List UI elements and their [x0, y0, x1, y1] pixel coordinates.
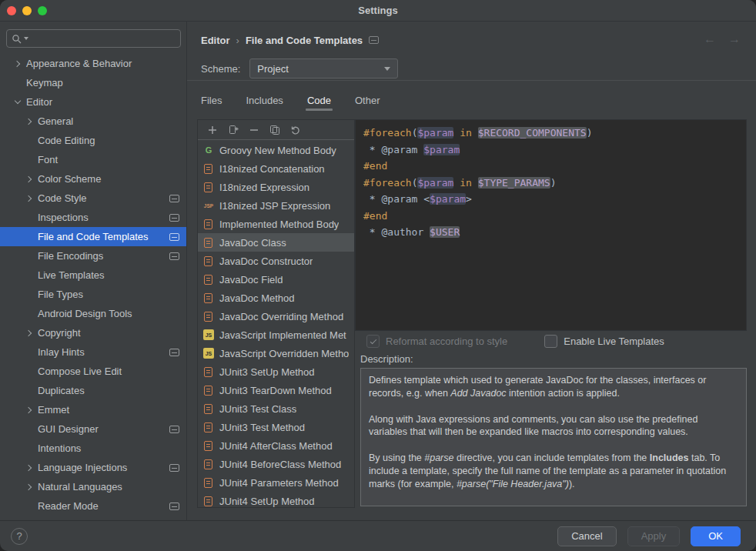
- sidebar-item-gui-designer[interactable]: GUI Designer: [0, 419, 186, 439]
- tab-other[interactable]: Other: [353, 89, 382, 111]
- ok-button[interactable]: OK: [691, 526, 741, 546]
- sidebar-item-compose-live-edit[interactable]: Compose Live Edit: [0, 362, 186, 381]
- chevron-down-icon[interactable]: [14, 99, 22, 106]
- sidebar-item-file-and-code-templates[interactable]: File and Code Templates: [0, 227, 186, 246]
- chevron-spacer: [25, 387, 33, 395]
- sidebar-item-label: Color Scheme: [38, 173, 101, 185]
- search-box[interactable]: [6, 29, 181, 48]
- sidebar-item-intentions[interactable]: Intentions: [0, 439, 186, 458]
- sidebar-item-editor[interactable]: Editor: [0, 92, 186, 112]
- template-item-javadoc-class[interactable]: JavaDoc Class: [198, 233, 354, 252]
- search-history-chevron-icon[interactable]: [24, 37, 28, 40]
- template-item-javadoc-method[interactable]: JavaDoc Method: [198, 289, 354, 307]
- template-item-junit4-setup-method[interactable]: JUnit4 SetUp Method: [198, 492, 354, 507]
- template-item-label: JUnit4 Parameters Method: [219, 477, 339, 489]
- template-item-i18nized-jsp-expression[interactable]: JSPI18nized JSP Expression: [198, 196, 354, 215]
- add-template-button[interactable]: [206, 124, 219, 136]
- reformat-option[interactable]: Reformat according to style: [366, 335, 507, 348]
- chevron-right-icon[interactable]: [25, 118, 33, 125]
- template-item-javascript-overridden-metho[interactable]: JSJavaScript Overridden Metho: [198, 344, 354, 362]
- template-item-javadoc-constructor[interactable]: JavaDoc Constructor: [198, 252, 354, 270]
- search-input[interactable]: [31, 33, 176, 45]
- sidebar-item-android-design-tools[interactable]: Android Design Tools: [0, 304, 186, 323]
- cancel-button[interactable]: Cancel: [557, 526, 616, 546]
- sidebar-item-duplicates[interactable]: Duplicates: [0, 381, 186, 400]
- chevron-right-icon[interactable]: [25, 483, 33, 491]
- copy-template-button[interactable]: [269, 124, 281, 136]
- template-item-implemented-method-body[interactable]: Implemented Method Body: [198, 215, 354, 233]
- per-project-icon: [169, 349, 179, 356]
- template-item-javadoc-overriding-method[interactable]: JavaDoc Overriding Method: [198, 307, 354, 326]
- chevron-spacer: [25, 310, 33, 318]
- chevron-spacer: [25, 272, 33, 279]
- per-project-icon: [169, 503, 179, 510]
- reset-template-button[interactable]: [289, 124, 302, 136]
- sidebar-item-label: Copyright: [38, 327, 81, 339]
- template-editor[interactable]: #foreach($param in $RECORD_COMPONENTS) *…: [355, 119, 747, 331]
- help-button[interactable]: ?: [11, 528, 28, 545]
- tmpl-file-icon: [204, 459, 212, 469]
- back-icon[interactable]: ←: [704, 32, 716, 46]
- minimize-button[interactable]: [22, 6, 32, 15]
- forward-icon[interactable]: →: [728, 32, 741, 46]
- template-item-label: JavaDoc Overriding Method: [219, 311, 343, 322]
- chevron-spacer: [25, 252, 33, 260]
- tmpl-file-icon: [204, 478, 212, 488]
- tab-code[interactable]: Code: [306, 89, 333, 111]
- sidebar-item-code-style[interactable]: Code Style: [0, 189, 186, 208]
- zoom-button[interactable]: [38, 6, 47, 15]
- sidebar-item-emmet[interactable]: Emmet: [0, 400, 186, 419]
- template-item-junit3-setup-method[interactable]: JUnit3 SetUp Method: [198, 362, 354, 381]
- tab-files[interactable]: Files: [199, 89, 223, 111]
- tab-includes[interactable]: Includes: [244, 89, 284, 111]
- sidebar-item-font[interactable]: Font: [0, 150, 186, 169]
- template-item-junit3-teardown-method[interactable]: JUnit3 TearDown Method: [198, 381, 354, 399]
- sidebar-item-code-editing[interactable]: Code Editing: [0, 131, 186, 150]
- sidebar-item-keymap[interactable]: Keymap: [0, 73, 186, 92]
- description-box[interactable]: Defines template which used to generate …: [360, 368, 747, 506]
- sidebar-item-live-templates[interactable]: Live Templates: [0, 265, 186, 285]
- template-item-javascript-implemented-met[interactable]: JSJavaScript Implemented Met: [198, 326, 354, 344]
- sidebar-item-inspections[interactable]: Inspections: [0, 208, 186, 227]
- apply-button[interactable]: Apply: [627, 526, 681, 546]
- reformat-checkbox[interactable]: [366, 335, 380, 348]
- enable-live-templates-option[interactable]: Enable Live Templates: [544, 335, 664, 348]
- chevron-right-icon[interactable]: [25, 406, 33, 414]
- sidebar-item-language-injections[interactable]: Language Injections: [0, 458, 186, 477]
- scheme-dropdown[interactable]: Project: [249, 58, 398, 78]
- template-item-junit3-test-method[interactable]: JUnit3 Test Method: [198, 418, 354, 436]
- sidebar-item-file-types[interactable]: File Types: [0, 285, 186, 304]
- template-item-i18nized-expression[interactable]: I18nized Expression: [198, 178, 354, 196]
- chevron-right-icon[interactable]: [25, 329, 33, 337]
- enable-live-templates-checkbox[interactable]: [544, 335, 557, 348]
- sidebar-item-general[interactable]: General: [0, 112, 186, 131]
- breadcrumb-parent[interactable]: Editor: [201, 35, 230, 46]
- chevron-spacer: [25, 233, 33, 241]
- template-item-groovy-new-method-body[interactable]: GGroovy New Method Body: [198, 141, 354, 159]
- scheme-value: Project: [257, 63, 288, 75]
- chevron-right-icon[interactable]: [25, 195, 33, 202]
- template-item-junit4-parameters-method[interactable]: JUnit4 Parameters Method: [198, 473, 354, 492]
- template-item-junit4-beforeclass-method[interactable]: JUnit4 BeforeClass Method: [198, 455, 354, 473]
- sidebar-item-copyright[interactable]: Copyright: [0, 323, 186, 342]
- close-button[interactable]: [7, 6, 16, 15]
- template-item-i18nized-concatenation[interactable]: I18nized Concatenation: [198, 159, 354, 178]
- description-paragraph: Predefined variables take the following …: [369, 504, 738, 506]
- template-item-javadoc-field[interactable]: JavaDoc Field: [198, 270, 354, 289]
- chevron-right-icon[interactable]: [14, 60, 22, 68]
- sidebar-item-reader-mode[interactable]: Reader Mode: [0, 496, 186, 516]
- sidebar-item-file-encodings[interactable]: File Encodings: [0, 246, 186, 265]
- per-project-icon: [169, 195, 179, 202]
- duplicate-template-button[interactable]: [227, 124, 239, 136]
- remove-template-button[interactable]: [248, 124, 260, 136]
- chevron-right-icon[interactable]: [25, 175, 33, 183]
- sidebar-item-label: File Types: [38, 289, 83, 300]
- sidebar-item-color-scheme[interactable]: Color Scheme: [0, 169, 186, 189]
- template-item-junit3-test-class[interactable]: JUnit3 Test Class: [198, 399, 354, 418]
- sidebar-item-natural-languages[interactable]: Natural Languages: [0, 477, 186, 496]
- sidebar-item-appearance-behavior[interactable]: Appearance & Behavior: [0, 54, 186, 73]
- template-item-junit4-afterclass-method[interactable]: JUnit4 AfterClass Method: [198, 436, 354, 455]
- sidebar-item-inlay-hints[interactable]: Inlay Hints: [0, 342, 186, 362]
- chevron-right-icon[interactable]: [25, 464, 33, 472]
- chevron-spacer: [25, 137, 33, 145]
